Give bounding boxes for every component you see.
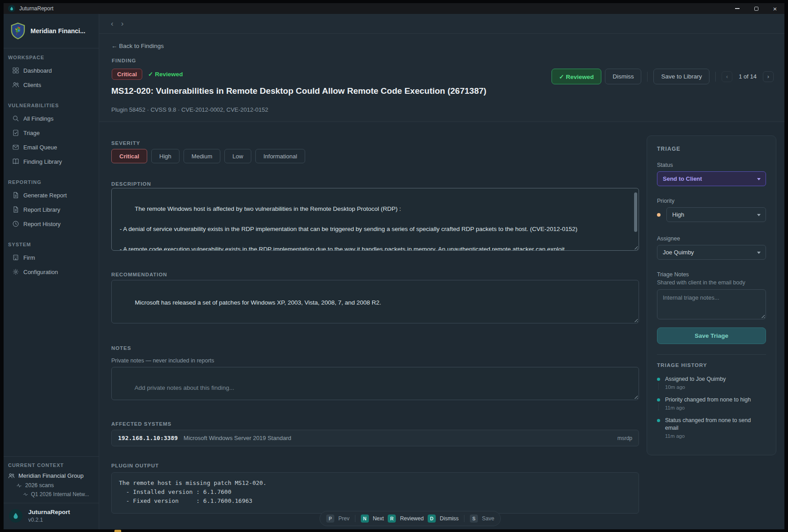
history-time: 11m ago (665, 405, 751, 410)
affected-system-row[interactable]: 192.168.1.10:3389 Microsoft Windows Serv… (111, 430, 639, 446)
sidebar-item-dashboard[interactable]: Dashboard (4, 63, 99, 78)
shortcut-key-save: S (470, 515, 478, 523)
severity-option-informational[interactable]: Informational (255, 149, 305, 163)
divider (715, 72, 716, 82)
save-triage-button[interactable]: Save Triage (657, 327, 766, 344)
nav-back-icon[interactable]: ‹ (111, 20, 114, 27)
pager-next-button[interactable]: › (763, 71, 774, 82)
app-logo-droplet-icon (9, 509, 22, 523)
taskbar-icon-sliver (114, 530, 121, 532)
priority-select[interactable]: High (666, 207, 766, 222)
status-select[interactable]: Send to Client (657, 171, 766, 186)
sidebar-item-label: Report Library (23, 206, 60, 213)
sidebar-item-label: Clients (23, 82, 41, 88)
close-icon: × (773, 5, 777, 12)
shortcut-label-next[interactable]: Next (373, 515, 384, 522)
chevron-down-icon (757, 214, 761, 216)
sidebar-item-report-history[interactable]: Report History (4, 217, 99, 231)
org-header[interactable]: Meridian Financi... (4, 14, 99, 48)
triage-notes-label: Triage Notes (657, 271, 766, 278)
history-text: Assigned to Joe Quimby (665, 375, 726, 383)
priority-label: Priority (657, 198, 766, 204)
affected-service: msrdp (617, 435, 632, 441)
pager-prev-button[interactable]: ‹ (722, 71, 732, 82)
triage-history-list: Assigned to Joe Quimby 10m ago Priority … (657, 375, 766, 445)
current-context: CURRENT CONTEXT Meridian Financial Group… (4, 456, 99, 503)
resize-handle-icon[interactable] (760, 313, 765, 318)
sidebar-item-label: Report History (23, 221, 61, 227)
maximize-button[interactable] (747, 3, 766, 14)
resize-handle-icon[interactable] (633, 394, 638, 399)
triage-title: TRIAGE (657, 146, 766, 152)
triage-notes-placeholder: Internal triage notes... (663, 294, 719, 301)
desktop: JuturnaReport × Meri (0, 0, 788, 532)
history-text: Status changed from none to send email (665, 417, 762, 432)
assignee-select[interactable]: Joe Quimby (657, 245, 766, 260)
minimize-icon (735, 8, 740, 9)
sidebar-item-generate-report[interactable]: Generate Report (4, 188, 99, 202)
description-textarea[interactable]: The remote Windows host is affected by t… (111, 188, 639, 251)
reviewed-button[interactable]: ✓ Reviewed (552, 69, 601, 84)
minimize-button[interactable] (728, 3, 747, 14)
sidebar-item-clients[interactable]: Clients (4, 78, 99, 92)
sidebar-item-finding-library[interactable]: Finding Library (4, 154, 99, 169)
recommendation-textarea[interactable]: Microsoft has released a set of patches … (111, 280, 639, 323)
severity-option-high[interactable]: High (151, 149, 179, 163)
notes-textarea[interactable]: Add private notes about this finding... (111, 367, 639, 400)
keyboard-shortcut-bar: P Prev N Next R Reviewed D Dismiss S Sav… (320, 511, 501, 526)
shortcut-label-prev[interactable]: Prev (338, 515, 350, 522)
history-nav: ‹ › (99, 14, 784, 34)
context-client[interactable]: Meridian Financial Group (8, 472, 95, 479)
shortcut-label-reviewed[interactable]: Reviewed (400, 515, 424, 522)
users-icon (12, 81, 19, 88)
main-area: ‹ › ← Back to Findings FINDING Critical … (99, 14, 784, 529)
close-button[interactable]: × (766, 3, 784, 14)
grid-icon (12, 67, 19, 74)
nav-forward-icon[interactable]: › (121, 20, 124, 27)
scrollbar-thumb[interactable] (634, 192, 637, 232)
triage-notes-hint: Shared with client in the email body (657, 279, 766, 286)
mail-icon (12, 144, 19, 151)
timeline-connector (658, 403, 659, 410)
org-name: Meridian Financi... (31, 27, 85, 35)
shortcut-key-next: N (361, 515, 369, 523)
sidebar-item-label: Triage (23, 130, 39, 136)
severity-option-medium[interactable]: Medium (184, 149, 220, 163)
triage-notes-textarea[interactable]: Internal triage notes... (657, 289, 766, 319)
context-scan[interactable]: Q1 2026 Internal Netw... (8, 491, 95, 497)
nav-section-reporting: REPORTING (4, 179, 99, 185)
assignee-value: Joe Quimby (663, 249, 694, 256)
app-logo-droplet-icon (8, 5, 15, 12)
clock-icon (12, 220, 19, 227)
resize-handle-icon[interactable] (633, 244, 638, 249)
divider (657, 354, 766, 355)
sidebar-item-configuration[interactable]: Configuration (4, 265, 99, 279)
window-controls: × (728, 3, 784, 14)
shortcut-label-dismiss[interactable]: Dismiss (440, 515, 459, 522)
context-scan-group-name: 2026 scans (25, 482, 54, 488)
maximize-icon (754, 7, 758, 11)
nav-section-vulnerabilities: VULNERABILITIES (4, 103, 99, 108)
sidebar-item-all-findings[interactable]: All Findings (4, 111, 99, 126)
shortcut-label-save[interactable]: Save (482, 515, 494, 522)
resize-handle-icon[interactable] (633, 317, 638, 322)
context-scan-group[interactable]: 2026 scans (8, 482, 95, 488)
save-to-library-button[interactable]: Save to Library (653, 69, 709, 84)
severity-option-low[interactable]: Low (224, 149, 251, 163)
sidebar-item-report-library[interactable]: Report Library (4, 202, 99, 217)
triage-history-title: TRIAGE HISTORY (657, 362, 766, 368)
sidebar-item-email-queue[interactable]: Email Queue (4, 140, 99, 154)
back-to-findings-link[interactable]: ← Back to Findings (111, 43, 164, 49)
reviewed-status-flag: ✓ Reviewed (148, 70, 183, 78)
history-time: 10m ago (665, 384, 726, 390)
sidebar-item-firm[interactable]: Firm (4, 250, 99, 265)
sidebar-item-triage[interactable]: Triage (4, 126, 99, 140)
sidebar-nav: WORKSPACE Dashboard Clients VULNERABILIT… (4, 48, 99, 279)
history-text: Priority changed from none to high (665, 396, 751, 404)
triage-panel: TRIAGE Status Send to Client Priority Hi… (647, 135, 776, 455)
severity-option-critical[interactable]: Critical (111, 149, 147, 163)
activity-icon (23, 492, 28, 497)
dismiss-button[interactable]: Dismiss (605, 69, 641, 84)
building-icon (12, 254, 19, 261)
app-window: JuturnaReport × Meri (4, 3, 784, 529)
